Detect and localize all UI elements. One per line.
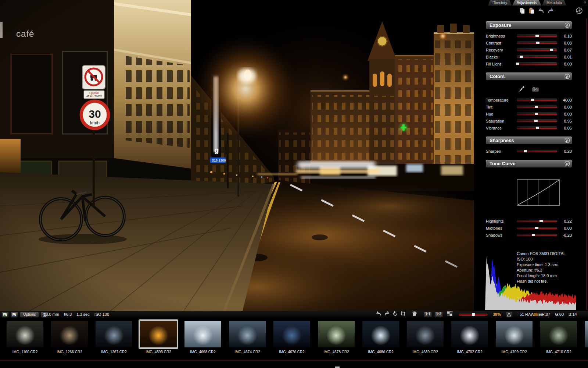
tab-adjustments[interactable]: Adjustments <box>512 0 541 6</box>
hand-tool-button[interactable] <box>412 311 417 318</box>
slider-handle[interactable] <box>536 42 539 44</box>
slider-row: Midtones0.00 <box>486 224 572 231</box>
tone-curve-header[interactable]: Tone Curve <box>486 160 572 167</box>
thumbnail-image[interactable] <box>407 321 444 347</box>
options-button[interactable]: Options <box>20 312 39 318</box>
thumbnail-image[interactable] <box>96 321 132 347</box>
panel-tabs: DirectoryAdjustmentsMetadata <box>488 0 588 6</box>
thumbnail-IMG_4668.CR2[interactable]: IMG_4668.CR2 <box>183 319 223 360</box>
thumbnail-IMG_1267.CR2[interactable]: IMG_1267.CR2 <box>94 319 134 360</box>
slider-brightness[interactable] <box>517 35 557 37</box>
slider-handle[interactable] <box>534 120 538 122</box>
export-image-button[interactable] <box>1 312 9 318</box>
section-sharpness: Sharpness Sharpen0.20 <box>486 137 572 155</box>
camera-icon[interactable] <box>531 86 539 94</box>
sharpness-header[interactable]: Sharpness <box>486 137 572 144</box>
slider-recovery[interactable] <box>517 49 557 51</box>
thumbnail-image[interactable] <box>51 321 88 347</box>
filmstrip-scrollbar[interactable] <box>0 360 588 368</box>
thumbnail-image[interactable] <box>7 321 43 347</box>
thumbnail-image[interactable] <box>451 321 488 347</box>
grid-icon[interactable] <box>447 311 452 318</box>
slider-tint[interactable] <box>517 106 557 108</box>
thumbnail-IMG_4686.CR2[interactable]: IMG_4686.CR2 <box>361 319 401 360</box>
zoom-1-1-button[interactable]: 1:1 <box>424 312 432 317</box>
slider-handle[interactable] <box>535 35 539 37</box>
slider-handle[interactable] <box>539 220 543 222</box>
slider-value: 0.06 <box>557 126 572 130</box>
zoom-slider[interactable] <box>459 313 487 316</box>
eyedropper-icon[interactable] <box>518 86 525 94</box>
rgb-readout: R:87 G:60 B:14 <box>534 312 577 316</box>
thumbnail-image[interactable] <box>184 321 221 347</box>
paste-icon[interactable] <box>528 7 535 15</box>
slider-vibrance[interactable] <box>517 127 557 129</box>
panel-scrollbar[interactable] <box>586 18 587 310</box>
thumbnail-IMG_4678.CR2[interactable]: IMG_4678.CR2 <box>316 319 356 360</box>
slider-label: Temperature <box>486 98 517 102</box>
redo-icon[interactable] <box>547 7 555 15</box>
thumbnail-IMG_4674.CR2[interactable]: IMG_4674.CR2 <box>227 319 267 360</box>
zoom-1-2-button[interactable]: 1:2 <box>434 312 442 317</box>
aperture-icon[interactable] <box>576 7 583 16</box>
colors-header[interactable]: Colors <box>486 72 572 80</box>
warning-icon[interactable] <box>506 311 513 318</box>
slider-handle[interactable] <box>536 127 539 129</box>
tab-directory[interactable]: Directory <box>488 0 512 6</box>
slider-shadows[interactable] <box>517 234 557 236</box>
slider-hue[interactable] <box>517 113 557 115</box>
tone-curve-graph[interactable] <box>517 179 572 207</box>
rotate-button[interactable] <box>392 311 398 318</box>
slider-highlights[interactable] <box>517 220 557 222</box>
slider-handle[interactable] <box>535 113 538 115</box>
thumbnail-image[interactable] <box>540 321 577 347</box>
thumbnail-image[interactable] <box>140 321 177 347</box>
thumbnail-IMG_4702.CR2[interactable]: IMG_4702.CR2 <box>450 319 490 360</box>
thumbnail-image[interactable] <box>362 321 399 347</box>
slider-contrast[interactable] <box>517 42 557 44</box>
thumbnail-image[interactable] <box>273 321 310 347</box>
slider-handle[interactable] <box>550 49 553 51</box>
thumbnail-IMG_4709.CR2[interactable]: IMG_4709.CR2 <box>494 319 534 360</box>
slider-sharpen[interactable] <box>517 150 557 152</box>
thumbnail-IMG_1160.CR2[interactable]: IMG_1160.CR2 <box>5 319 45 360</box>
crop-button[interactable] <box>401 311 406 318</box>
slider-handle[interactable] <box>531 99 534 101</box>
thumbnail-label: IMG_1266.CR2 <box>50 350 89 354</box>
mirror-button[interactable] <box>376 311 381 318</box>
slider-handle[interactable] <box>535 106 538 108</box>
slider-temperature[interactable] <box>517 99 557 101</box>
image-preview[interactable]: café <box>0 0 474 311</box>
thumbnail-image[interactable] <box>318 321 355 347</box>
export-image-2-button[interactable] <box>11 312 18 318</box>
copy-icon[interactable] <box>519 7 526 15</box>
slider-blacks[interactable] <box>517 56 557 58</box>
slider-handle[interactable] <box>520 56 523 58</box>
thumbnail-IMG_1266.CR2[interactable]: IMG_1266.CR2 <box>50 319 89 360</box>
close-icon[interactable]: x <box>583 0 587 4</box>
slider-handle[interactable] <box>516 63 519 65</box>
thumbnail-IMG_4714.CR2[interactable]: IMG_4714.CR2 <box>583 319 588 360</box>
collapse-icon[interactable] <box>564 161 570 169</box>
collapse-icon[interactable] <box>564 74 570 81</box>
thumbnail-IMG_4689.CR2[interactable]: IMG_4689.CR2 <box>405 319 445 360</box>
thumbnail-IMG_4593.CR2[interactable]: IMG_4593.CR2 <box>139 319 178 360</box>
slider-fill-light[interactable] <box>517 63 557 65</box>
slider-handle[interactable] <box>532 234 535 236</box>
undo-icon[interactable] <box>537 7 545 15</box>
slider-handle[interactable] <box>524 150 527 152</box>
thumbnail-image[interactable] <box>585 321 588 347</box>
exposure-header[interactable]: Exposure <box>486 21 572 29</box>
thumbnail-label: IMG_4678.CR2 <box>316 350 356 354</box>
thumbnail-image[interactable] <box>229 321 266 347</box>
slider-saturation[interactable] <box>517 120 557 122</box>
thumbnail-image[interactable] <box>496 321 533 347</box>
thumbnail-IMG_4676.CR2[interactable]: IMG_4676.CR2 <box>272 319 312 360</box>
thumbnail-IMG_4710.CR2[interactable]: IMG_4710.CR2 <box>539 319 578 360</box>
tab-metadata[interactable]: Metadata <box>542 0 566 6</box>
slider-midtones[interactable] <box>517 227 557 229</box>
slider-handle[interactable] <box>535 227 538 229</box>
collapse-icon[interactable] <box>564 138 570 145</box>
flip-button[interactable] <box>384 311 390 318</box>
collapse-icon[interactable] <box>564 22 570 30</box>
